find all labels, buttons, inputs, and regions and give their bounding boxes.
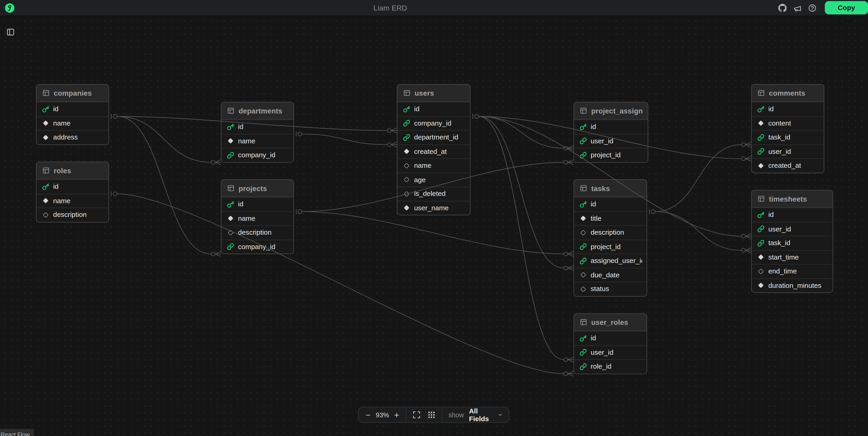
- column-row-users-id[interactable]: id: [398, 102, 470, 116]
- column-row-roles-id[interactable]: id: [36, 180, 108, 194]
- column-row-comments-task_id[interactable]: task_id: [752, 130, 824, 144]
- not-null-diamond-icon: [42, 134, 49, 141]
- foreign-key-link-icon: [580, 137, 587, 145]
- table-header[interactable]: comments: [752, 85, 824, 102]
- megaphone-icon[interactable]: [793, 4, 802, 12]
- table-icon: [580, 107, 587, 115]
- column-row-project_assignments-id[interactable]: id: [574, 120, 647, 134]
- column-row-projects-company_id[interactable]: company_id: [221, 240, 293, 254]
- nullable-diamond-icon: [403, 190, 410, 197]
- column-row-user_roles-id[interactable]: id: [574, 331, 647, 345]
- column-name: start_time: [768, 253, 799, 261]
- column-row-companies-address[interactable]: address: [36, 130, 108, 144]
- column-name: id: [591, 335, 596, 342]
- column-row-roles-name[interactable]: name: [36, 193, 108, 208]
- table-header[interactable]: roles: [36, 162, 108, 179]
- table-node-projects[interactable]: projectsidnamedescriptioncompany_id: [221, 180, 294, 254]
- column-row-timesheets-start_time[interactable]: start_time: [752, 250, 833, 264]
- column-row-companies-id[interactable]: id: [36, 102, 108, 116]
- help-icon[interactable]: [808, 4, 816, 12]
- column-row-comments-id[interactable]: id: [752, 102, 824, 116]
- diagram-canvas[interactable]: companiesidnameaddressrolesidnamedescrip…: [0, 16, 868, 436]
- column-row-comments-content[interactable]: content: [752, 116, 824, 130]
- column-row-users-is_deleted[interactable]: is_deleted: [398, 187, 470, 201]
- table-header[interactable]: companies: [36, 85, 108, 102]
- zoom-in-button[interactable]: +: [393, 410, 400, 419]
- toggle-sidebar-icon[interactable]: [6, 28, 15, 36]
- column-row-users-name[interactable]: name: [398, 158, 470, 173]
- table-node-roles[interactable]: rolesidnamedescription: [36, 162, 109, 222]
- column-row-projects-description[interactable]: description: [221, 225, 293, 240]
- column-row-user_roles-role_id[interactable]: role_id: [574, 359, 647, 373]
- table-header[interactable]: tasks: [574, 180, 647, 197]
- table-node-tasks[interactable]: tasksidtitledescriptionproject_idassigne…: [574, 180, 647, 297]
- liam-logo-icon[interactable]: [5, 3, 14, 13]
- column-row-users-age[interactable]: age: [398, 173, 470, 187]
- column-name: description: [53, 211, 87, 219]
- primary-key-icon: [757, 211, 765, 219]
- column-row-timesheets-end_time[interactable]: end_time: [752, 264, 833, 278]
- table-node-timesheets[interactable]: timesheetsiduser_idtask_idstart_timeend_…: [751, 190, 833, 293]
- relationship-edge-companies.id-projects.company_id: [111, 114, 221, 256]
- table-node-companies[interactable]: companiesidnameaddress: [36, 84, 109, 145]
- column-row-users-created_at[interactable]: created_at: [398, 144, 470, 158]
- column-row-comments-user_id[interactable]: user_id: [752, 144, 824, 158]
- table-node-project_assignments[interactable]: project_assignme...iduser_idproject_id: [574, 102, 648, 162]
- column-row-projects-id[interactable]: id: [221, 197, 293, 211]
- column-row-project_assignments-user_id[interactable]: user_id: [574, 134, 647, 148]
- fields-filter-dropdown[interactable]: All Fields: [469, 407, 503, 423]
- table-header[interactable]: timesheets: [752, 190, 833, 208]
- primary-key-icon: [42, 106, 49, 113]
- column-row-departments-id[interactable]: id: [221, 120, 293, 134]
- column-row-project_assignments-project_id[interactable]: project_id: [574, 148, 647, 162]
- zoom-out-button[interactable]: −: [365, 410, 371, 419]
- table-node-departments[interactable]: departmentsidnamecompany_id: [221, 102, 294, 162]
- column-row-timesheets-id[interactable]: id: [752, 208, 833, 222]
- column-row-timesheets-task_id[interactable]: task_id: [752, 236, 833, 250]
- github-icon[interactable]: [778, 4, 786, 12]
- table-header[interactable]: project_assignme...: [574, 102, 647, 120]
- table-icon: [42, 167, 50, 175]
- column-row-tasks-due_date[interactable]: due_date: [574, 268, 647, 282]
- column-row-users-department_id[interactable]: department_id: [398, 130, 470, 144]
- column-row-users-company_id[interactable]: company_id: [398, 116, 470, 130]
- copy-link-button[interactable]: Copy Link: [825, 1, 868, 14]
- column-row-tasks-description[interactable]: description: [574, 225, 647, 240]
- column-row-roles-description[interactable]: description: [36, 208, 108, 222]
- column-row-user_roles-user_id[interactable]: user_id: [574, 345, 647, 359]
- foreign-key-link-icon: [580, 152, 587, 159]
- column-row-departments-name[interactable]: name: [221, 134, 293, 148]
- relationship-edge-users.id-project_assignments.user_id: [473, 114, 574, 151]
- react-flow-attribution[interactable]: React Flow: [0, 429, 34, 436]
- table-header[interactable]: users: [398, 85, 470, 102]
- column-row-timesheets-duration_minutes[interactable]: duration_minutes: [752, 278, 833, 292]
- table-header[interactable]: projects: [221, 180, 293, 197]
- column-name: id: [238, 200, 244, 208]
- table-header[interactable]: departments: [221, 102, 293, 120]
- column-row-companies-name[interactable]: name: [36, 116, 108, 130]
- column-row-tasks-project_id[interactable]: project_id: [574, 240, 647, 254]
- table-icon: [757, 89, 765, 97]
- not-null-diamond-icon: [757, 120, 765, 127]
- column-row-departments-company_id[interactable]: company_id: [221, 148, 293, 162]
- column-row-projects-name[interactable]: name: [221, 211, 293, 225]
- column-name: project_id: [591, 151, 621, 159]
- column-name: name: [414, 162, 432, 169]
- fit-view-button[interactable]: [412, 411, 421, 419]
- nullable-diamond-icon: [227, 229, 234, 236]
- table-node-comments[interactable]: commentsidcontenttask_iduser_idcreated_a…: [751, 84, 824, 173]
- column-row-tasks-assigned_user_id[interactable]: assigned_user_id: [574, 254, 647, 268]
- table-header[interactable]: user_roles: [574, 314, 647, 331]
- column-row-tasks-status[interactable]: status: [574, 282, 647, 296]
- column-row-comments-created_at[interactable]: created_at: [752, 158, 824, 173]
- table-node-users[interactable]: usersidcompany_iddepartment_idcreated_at…: [397, 84, 470, 216]
- column-name: department_id: [414, 133, 458, 141]
- tidy-up-button[interactable]: [428, 411, 436, 419]
- column-row-tasks-id[interactable]: id: [574, 197, 647, 211]
- column-row-timesheets-user_id[interactable]: user_id: [752, 222, 833, 236]
- column-row-tasks-title[interactable]: title: [574, 211, 647, 225]
- column-name: created_at: [768, 162, 801, 169]
- column-row-users-user_name[interactable]: user_name: [398, 201, 470, 215]
- primary-key-icon: [403, 106, 410, 113]
- table-node-user_roles[interactable]: user_rolesiduser_idrole_id: [574, 313, 647, 374]
